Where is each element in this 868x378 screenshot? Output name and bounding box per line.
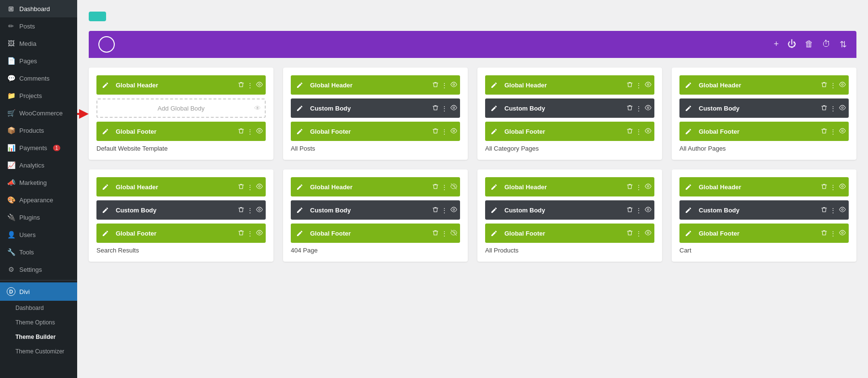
trash-icon[interactable] — [627, 230, 633, 237]
trash-icon[interactable] — [433, 230, 438, 237]
edit-icon[interactable] — [291, 105, 308, 112]
trash-icon[interactable] — [821, 82, 827, 89]
power-icon[interactable]: ⏻ — [787, 39, 796, 50]
edit-icon[interactable] — [485, 230, 502, 237]
eye-icon[interactable] — [839, 229, 846, 238]
eye-icon[interactable] — [645, 81, 651, 89]
sidebar-item-users[interactable]: 👤Users — [0, 226, 77, 243]
eye-icon[interactable]: 👁 — [254, 104, 261, 112]
eye-icon[interactable] — [839, 127, 846, 136]
trash-icon[interactable] — [627, 183, 633, 191]
more-icon[interactable]: ⋮ — [636, 230, 642, 237]
edit-icon[interactable] — [96, 184, 114, 190]
edit-icon[interactable] — [96, 207, 114, 213]
more-icon[interactable]: ⋮ — [636, 207, 642, 214]
save-button[interactable] — [89, 12, 106, 21]
edit-icon[interactable] — [291, 207, 308, 213]
more-icon[interactable]: ⋮ — [247, 230, 253, 237]
more-icon[interactable]: ⋮ — [830, 183, 836, 191]
eye-icon[interactable] — [645, 206, 651, 214]
sidebar-sub-theme-customizer[interactable]: Theme Customizer — [0, 344, 77, 359]
eye-icon[interactable] — [645, 104, 651, 112]
edit-icon[interactable] — [291, 128, 308, 135]
eye-icon[interactable] — [256, 206, 263, 214]
more-icon[interactable]: ⋮ — [441, 230, 448, 237]
edit-icon[interactable] — [679, 207, 697, 213]
eye-icon[interactable] — [450, 229, 457, 238]
trash-icon[interactable] — [238, 207, 244, 214]
more-icon[interactable]: ⋮ — [441, 82, 448, 89]
sidebar-item-pages[interactable]: 📄Pages — [0, 52, 77, 70]
more-icon[interactable]: ⋮ — [247, 183, 253, 191]
more-icon[interactable]: ⋮ — [441, 183, 448, 191]
eye-icon[interactable] — [839, 183, 846, 191]
sidebar-item-settings[interactable]: ⚙Settings — [0, 261, 77, 278]
trash-icon[interactable] — [238, 128, 244, 135]
trash-icon[interactable] — [627, 207, 633, 214]
more-icon[interactable]: ⋮ — [636, 128, 642, 135]
trash-icon[interactable] — [821, 128, 827, 135]
delete-icon[interactable]: 🗑 — [805, 39, 814, 50]
edit-icon[interactable] — [96, 128, 114, 135]
sidebar-item-posts[interactable]: ✏Posts — [0, 17, 77, 35]
edit-icon[interactable] — [485, 184, 502, 190]
sidebar-item-projects[interactable]: 📁Projects — [0, 87, 77, 104]
edit-icon[interactable] — [291, 230, 308, 237]
sidebar-item-plugins[interactable]: 🔌Plugins — [0, 209, 77, 226]
edit-icon[interactable] — [291, 82, 308, 88]
eye-icon[interactable] — [645, 183, 651, 191]
sidebar-item-divi[interactable]: DDivi — [0, 282, 77, 301]
eye-icon[interactable] — [450, 104, 457, 112]
trash-icon[interactable] — [238, 183, 244, 191]
sort-icon[interactable]: ⇅ — [840, 39, 847, 50]
sidebar-item-woocommerce[interactable]: 🛒WooCommerce — [0, 104, 77, 122]
eye-icon[interactable] — [256, 183, 263, 191]
edit-icon[interactable] — [679, 105, 697, 112]
more-icon[interactable]: ⋮ — [830, 105, 836, 112]
more-icon[interactable]: ⋮ — [830, 128, 836, 135]
trash-icon[interactable] — [627, 82, 633, 89]
eye-icon[interactable] — [450, 206, 457, 214]
more-icon[interactable]: ⋮ — [636, 183, 642, 191]
trash-icon[interactable] — [238, 230, 244, 237]
trash-icon[interactable] — [433, 183, 438, 191]
edit-icon[interactable] — [679, 82, 697, 88]
eye-icon[interactable] — [839, 81, 846, 89]
history-icon[interactable]: ⏱ — [822, 39, 831, 50]
more-icon[interactable]: ⋮ — [441, 105, 448, 112]
edit-icon[interactable] — [679, 128, 697, 135]
more-icon[interactable]: ⋮ — [247, 128, 253, 135]
eye-icon[interactable] — [256, 229, 263, 238]
eye-icon[interactable] — [645, 127, 651, 136]
trash-icon[interactable] — [433, 82, 438, 89]
edit-icon[interactable] — [96, 82, 114, 88]
eye-icon[interactable] — [450, 183, 457, 191]
eye-icon[interactable] — [256, 127, 263, 136]
trash-icon[interactable] — [627, 128, 633, 135]
edit-icon[interactable] — [96, 230, 114, 237]
sidebar-item-appearance[interactable]: 🎨Appearance — [0, 191, 77, 209]
more-icon[interactable]: ⋮ — [441, 207, 448, 214]
edit-icon[interactable] — [679, 230, 697, 237]
edit-icon[interactable] — [485, 82, 502, 88]
sidebar-item-analytics[interactable]: 📈Analytics — [0, 156, 77, 174]
sidebar-sub-divi-dashboard[interactable]: Dashboard — [0, 301, 77, 315]
eye-icon[interactable] — [839, 104, 846, 112]
sidebar-item-payments[interactable]: 📊Payments1 — [0, 139, 77, 156]
eye-icon[interactable] — [839, 206, 846, 214]
trash-icon[interactable] — [821, 105, 827, 112]
edit-icon[interactable] — [679, 184, 697, 190]
edit-icon[interactable] — [485, 207, 502, 213]
sidebar-item-media[interactable]: 🖼Media — [0, 35, 77, 52]
trash-icon[interactable] — [821, 183, 827, 191]
eye-icon[interactable] — [256, 81, 263, 89]
trash-icon[interactable] — [627, 105, 633, 112]
sidebar-item-marketing[interactable]: 📣Marketing — [0, 174, 77, 191]
sidebar-sub-theme-builder[interactable]: Theme Builder — [0, 330, 77, 344]
edit-icon[interactable] — [485, 128, 502, 135]
sidebar-item-comments[interactable]: 💬Comments — [0, 70, 77, 87]
more-icon[interactable]: ⋮ — [247, 82, 253, 89]
trash-icon[interactable] — [433, 105, 438, 112]
sidebar-sub-theme-options[interactable]: Theme Options — [0, 315, 77, 330]
trash-icon[interactable] — [821, 230, 827, 237]
